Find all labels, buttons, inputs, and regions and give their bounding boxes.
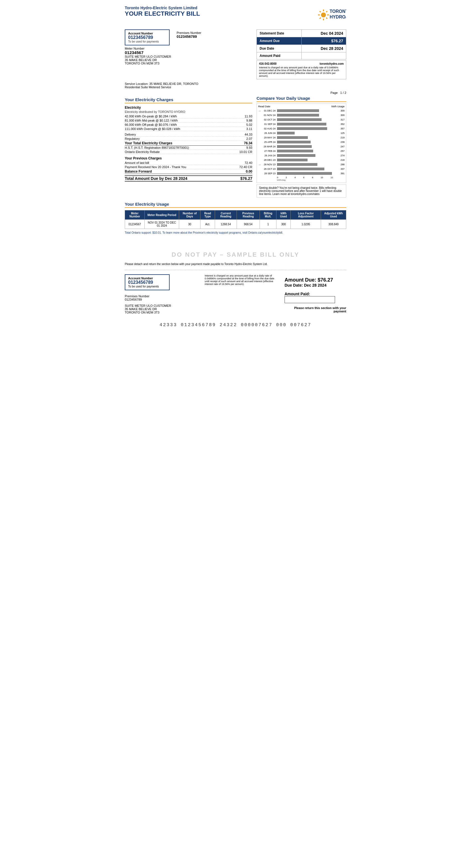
- charge-row-regulatory: Regulatory 2.07: [125, 137, 252, 141]
- prev-last-bill-label: Amount of last bill: [125, 161, 149, 164]
- svg-line-7: [320, 11, 321, 12]
- chart-value: 247: [336, 145, 345, 148]
- chart-axis-unit: kWh/day: [277, 179, 345, 181]
- payment-right: Amount Due: $76.27 Due Date: Dec 28 2024…: [285, 274, 346, 314]
- usage-table: Meter Number Meter Reading Period Number…: [125, 210, 346, 229]
- table-cell: 01234567: [125, 220, 145, 229]
- table-row: 01234567NOV 01 2024 TO DEC 01 202430Act.…: [125, 220, 346, 229]
- payment-left: Account Number 0123456789 To be used for…: [125, 274, 199, 314]
- table-cell: 308.849: [321, 220, 346, 229]
- chart-row: 27 FEB 24257: [258, 149, 345, 153]
- chart-bar-area: [277, 150, 336, 152]
- contact-row: 416-542-8000 torontohydro.com: [259, 62, 344, 65]
- charge-row-hst: H.S.T. (H.S.T. Registration 896718327RT0…: [125, 146, 252, 150]
- chart-value: 352: [336, 123, 345, 126]
- svg-text:HYDRO: HYDRO: [330, 14, 346, 19]
- service-type: Residential Suite Metered Service: [125, 86, 346, 89]
- company-line2: YOUR ELECTRICITY BILL: [125, 10, 200, 18]
- interest-note-right: Interest is charged on any amount past d…: [205, 274, 279, 285]
- chart-row: 26 JAN 24274: [258, 154, 345, 157]
- regulatory-label: Regulatory: [125, 137, 140, 141]
- chart-value: 357: [336, 127, 345, 130]
- charges-section: Your Electricity Charges Electricity Ele…: [125, 97, 252, 197]
- hst-amount: 9.93: [230, 146, 252, 149]
- charge-row-onpeak: 42.000 kWh On-peak @ $0.284 / kWh 11.93: [125, 114, 252, 119]
- charge-row-midpeak: 81.000 kWh Mid-peak @ $0.122 / kWh 9.88: [125, 119, 252, 123]
- meter-number: 01234567: [125, 50, 252, 55]
- table-cell: 300: [276, 220, 291, 229]
- col-loss-factor: Loss Factor Adjustment: [291, 210, 321, 220]
- contact-box: 416-542-8000 torontohydro.com Interest i…: [257, 60, 346, 79]
- chart-bar: [277, 154, 315, 157]
- col-num-days: Number of Days: [179, 210, 201, 220]
- chart-bar-area: [277, 123, 336, 126]
- chart-bar-area: [277, 118, 336, 121]
- chart-row: 01 NOV 24300: [258, 113, 345, 117]
- chart-value: 274: [336, 154, 345, 157]
- amount-due-row: Amount Due $76.27: [257, 37, 346, 45]
- chart-bar-area: [277, 154, 336, 157]
- due-date-value: Dec 28 2024: [302, 45, 346, 52]
- table-cell: 30: [179, 220, 201, 229]
- charge-row-offpeak: 66.000 kWh Off-peak @ $0.076 / kWh 5.02: [125, 123, 252, 127]
- detach-note: Please detach and return the section bel…: [125, 262, 346, 266]
- chart-date: 28 SEP 23: [262, 172, 277, 175]
- micr-line: 42333 0123456789 24322 000007627 000 007…: [125, 322, 346, 328]
- chart-bar: [277, 163, 317, 166]
- chart-row: 28 SEP 23391: [258, 172, 345, 176]
- header: Toronto Hydro-Electric System Limited YO…: [125, 6, 346, 25]
- chart-header: Read Date kWh Usage: [258, 105, 345, 108]
- statement-table: Statement Date Dec 04 2024 Amount Due $7…: [257, 29, 346, 59]
- chart-bar: [277, 136, 308, 139]
- amount-paid-label: Amount Paid: [257, 52, 302, 59]
- premises-bottom: Premises Number 0123456789: [125, 294, 199, 301]
- seeing-double-text: Seeing double? You're not being charged …: [259, 186, 342, 195]
- charge-desc-offpeak: 66.000 kWh Off-peak @ $0.076 / kWh: [125, 123, 177, 126]
- statement-date-value: Dec 04 2024: [302, 30, 346, 37]
- chart-bar-area: [277, 145, 336, 148]
- rebate-amount: 10.01 CR: [230, 150, 252, 154]
- grand-total-label: Total Amount Due by Dec 28 2024: [125, 176, 187, 181]
- chart-row: 01 SEP 24352: [258, 122, 345, 126]
- account-sub-bottom: To be used for payments: [128, 285, 166, 288]
- separator: [125, 270, 346, 270]
- chart-bar: [277, 145, 312, 148]
- chart-value: 239: [336, 141, 345, 144]
- bottom-addr-line3: TORONTO ON M2M 3T3: [125, 311, 199, 314]
- chart-date: 02 AUG 24: [262, 127, 277, 130]
- due-date-bottom: Due Date: Dec 28 2024: [285, 283, 346, 287]
- table-cell: 1.0295: [291, 220, 321, 229]
- rebate-label: Ontario Electricity Rebate: [125, 150, 160, 154]
- amount-paid-input[interactable]: [285, 296, 335, 303]
- svg-point-8: [321, 12, 326, 18]
- prev-payment-amount: 72.40 CR: [230, 165, 252, 169]
- chart-value: 125: [336, 132, 345, 134]
- chart-bar-area: [277, 172, 336, 175]
- chart-bar-area: [277, 167, 336, 170]
- amount-due-value: $76.27: [302, 37, 346, 45]
- charge-amount-midpeak: 9.88: [230, 119, 252, 122]
- col-reading-period: Meter Reading Period: [145, 210, 179, 220]
- return-note: Please return this section with your pay…: [285, 306, 346, 313]
- chart-bar-area: [277, 141, 336, 144]
- chart-value: 391: [336, 172, 345, 175]
- bottom-addr-line2: 35 MAKE BELIEVE DR: [125, 307, 199, 311]
- chart-bar-area: [277, 109, 336, 112]
- charge-row-rebate: Ontario Electricity Rebate 10.01 CR: [125, 150, 252, 154]
- premises-number: 0123456789: [177, 34, 201, 39]
- electricity-title: Electricity: [125, 105, 252, 110]
- chart-date: 28 NOV 23: [262, 163, 277, 166]
- svg-line-5: [320, 18, 321, 19]
- chart-value: 218: [336, 159, 345, 161]
- account-box: Account Number 0123456789 To be used for…: [125, 29, 170, 45]
- left-info: Account Number 0123456789 To be used for…: [125, 29, 252, 79]
- premises-label: Premises Number: [177, 31, 201, 34]
- total-amount: 76.34: [230, 141, 252, 145]
- right-info: Statement Date Dec 04 2024 Amount Due $7…: [257, 29, 346, 79]
- table-cell: 1268.54: [215, 220, 237, 229]
- chart-bar: [277, 123, 326, 126]
- usage-table-body: 01234567NOV 01 2024 TO DEC 01 202430Act.…: [125, 220, 346, 229]
- charge-row-total: Your Total Electricity Charges 76.34: [125, 141, 252, 146]
- table-cell: 1: [260, 220, 276, 229]
- page-number: Page 1 / 2: [125, 91, 346, 94]
